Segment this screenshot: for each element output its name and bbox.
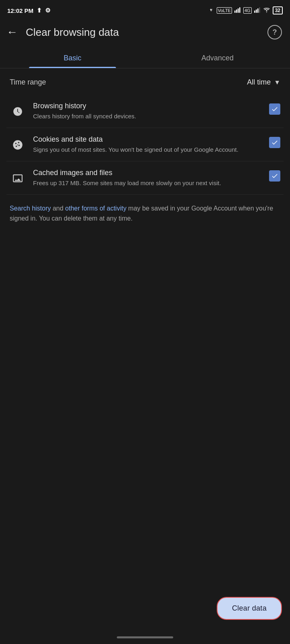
help-button[interactable]: ? <box>267 25 282 39</box>
volte-icon: VoLTE <box>217 7 232 14</box>
tabs-container: Basic Advanced <box>0 47 290 68</box>
svg-rect-5 <box>256 9 257 12</box>
cached-images-content: Cached images and files Frees up 317 MB.… <box>33 169 262 187</box>
tab-advanced[interactable]: Advanced <box>145 47 290 68</box>
cached-images-title: Cached images and files <box>33 169 262 177</box>
time-range-value-text: All time <box>247 78 271 87</box>
cookie-icon <box>10 137 26 153</box>
svg-rect-7 <box>259 7 260 12</box>
cookies-content: Cookies and site data Signs you out of m… <box>33 135 262 154</box>
svg-point-13 <box>17 144 18 145</box>
status-right: VoLTE 4G 32 <box>209 6 283 14</box>
svg-point-10 <box>18 142 20 143</box>
info-middle-text: and <box>51 205 65 212</box>
wifi-icon <box>263 7 270 14</box>
cookies-desc: Signs you out of most sites. You won't b… <box>33 145 262 154</box>
clear-data-button[interactable]: Clear data <box>217 597 282 620</box>
time-range-selector[interactable]: All time ▼ <box>247 78 280 87</box>
svg-point-9 <box>15 143 17 144</box>
page-title: Clear browsing data <box>26 26 119 39</box>
browsing-history-row: Browsing history Clears history from all… <box>6 95 284 128</box>
bluetooth-icon <box>209 7 214 14</box>
upload-icon: ⬆ <box>37 7 42 14</box>
back-button[interactable]: ← <box>6 27 18 38</box>
search-history-link[interactable]: Search history <box>10 205 51 212</box>
browsing-history-checkbox[interactable] <box>269 103 280 115</box>
header-left: ← Clear browsing data <box>6 26 119 39</box>
signal1-icon <box>234 7 241 14</box>
dropdown-arrow-icon: ▼ <box>274 79 280 86</box>
cookies-checkbox[interactable] <box>269 137 280 148</box>
svg-point-11 <box>19 144 20 146</box>
svg-rect-6 <box>257 8 259 13</box>
browsing-history-title: Browsing history <box>33 102 262 110</box>
cookies-title: Cookies and site data <box>33 135 262 144</box>
tab-basic[interactable]: Basic <box>0 47 145 68</box>
time-range-label: Time range <box>10 78 46 87</box>
time-range-row: Time range All time ▼ <box>0 68 290 95</box>
cached-images-row: Cached images and files Frees up 317 MB.… <box>6 161 284 195</box>
svg-rect-4 <box>254 10 255 12</box>
svg-rect-2 <box>238 8 239 13</box>
status-left: 12:02 PM ⬆ ⚙ <box>7 7 50 14</box>
svg-rect-0 <box>234 10 236 12</box>
svg-rect-1 <box>236 9 237 12</box>
browsing-history-desc: Clears history from all synced devices. <box>33 112 262 120</box>
battery-indicator: 32 <box>273 6 283 14</box>
clear-btn-container: Clear data <box>217 597 282 620</box>
cached-images-desc: Frees up 317 MB. Some sites may load mor… <box>33 179 262 187</box>
signal2-icon <box>254 7 261 14</box>
cookies-row: Cookies and site data Signs you out of m… <box>6 128 284 161</box>
time-display: 12:02 PM <box>7 7 33 14</box>
image-icon <box>10 170 26 186</box>
clock-icon <box>10 103 26 120</box>
status-bar: 12:02 PM ⬆ ⚙ VoLTE 4G 32 <box>0 0 290 19</box>
home-indicator <box>117 636 173 638</box>
svg-point-12 <box>16 146 17 147</box>
browsing-history-content: Browsing history Clears history from all… <box>33 102 262 120</box>
info-text: Search history and other forms of activi… <box>0 195 290 233</box>
settings-status-icon: ⚙ <box>45 7 50 14</box>
svg-rect-3 <box>239 7 240 12</box>
other-forms-link[interactable]: other forms of activity <box>65 205 126 212</box>
cached-images-checkbox[interactable] <box>269 170 280 182</box>
volte2-icon: 4G <box>243 7 252 14</box>
header: ← Clear browsing data ? <box>0 19 290 45</box>
items-list: Browsing history Clears history from all… <box>0 95 290 195</box>
